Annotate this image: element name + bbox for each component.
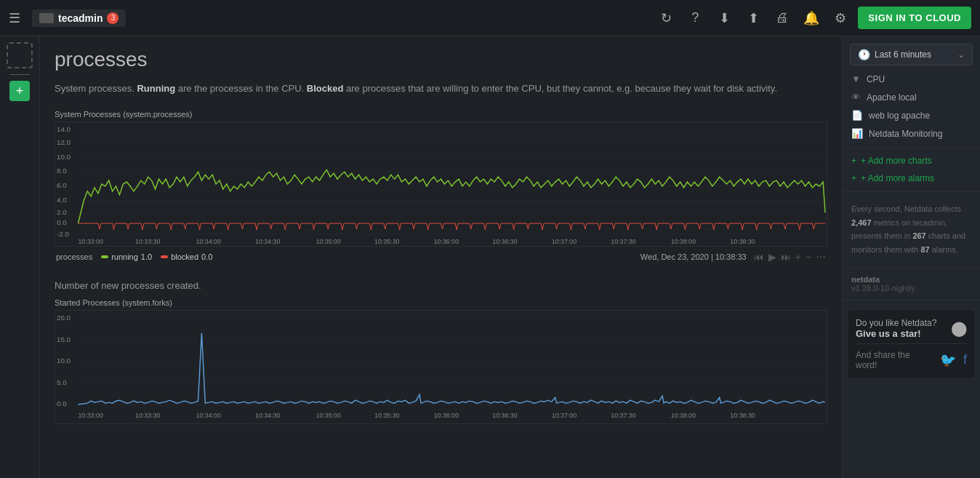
right-nav-netdata[interactable]: 📊 Netdata Monitoring (843, 124, 980, 143)
right-nav-weblog[interactable]: 📄 web log apache (843, 106, 980, 124)
refresh-icon[interactable]: ↻ (654, 7, 678, 30)
nav-weblog-label: web log apache (869, 111, 930, 121)
hamburger-menu-icon[interactable]: ☰ (9, 10, 20, 26)
add-charts-button[interactable]: + + Add more charts (843, 152, 980, 170)
svg-text:2.0: 2.0 (57, 208, 67, 216)
chart1-controls[interactable]: ⏮ ▶ ⏭ + − ⋯ (754, 251, 826, 263)
bar-chart-icon: 📊 (851, 128, 863, 139)
settings-icon[interactable]: ⚙ (829, 7, 852, 30)
desc-text2: are the processes in the CPU. (178, 83, 307, 94)
legend-running-label: running (111, 252, 138, 261)
prev-icon[interactable]: ⏮ (754, 251, 764, 263)
chart1-controls-area: Wed, Dec 23, 2020 | 10:38:33 ⏮ ▶ ⏭ + − ⋯ (640, 251, 826, 263)
add-alarms-button[interactable]: + + Add more alarms (843, 170, 980, 187)
forks-chart-section: Number of new processes created. Started… (55, 280, 827, 424)
svg-text:10:37:00: 10:37:00 (552, 237, 577, 244)
chart2-description: Number of new processes created. (55, 280, 827, 291)
svg-text:10:35:00: 10:35:00 (316, 237, 341, 244)
svg-text:10:35:30: 10:35:30 (374, 412, 399, 419)
panel-divider-1 (843, 147, 980, 148)
right-nav-apache[interactable]: 👁 Apache local (843, 88, 980, 106)
share-text: And share the word! (856, 350, 933, 370)
minus-icon[interactable]: − (806, 251, 811, 263)
right-nav-cpu[interactable]: ▼ CPU (843, 70, 980, 88)
brand-selector[interactable]: tecadmin 3 (32, 9, 126, 27)
facebook-icon[interactable]: f (963, 352, 967, 367)
panel-divider-3 (843, 267, 980, 268)
alarms-count: 87 (920, 245, 929, 254)
svg-text:10:33:30: 10:33:30 (135, 412, 160, 419)
svg-text:10:37:30: 10:37:30 (611, 412, 635, 419)
svg-text:10:34:30: 10:34:30 (255, 237, 280, 244)
svg-text:10:33:30: 10:33:30 (135, 237, 160, 244)
metrics-count: 2,467 (851, 218, 872, 227)
chart1-title: System Processes (system.processes) (55, 110, 827, 119)
next-icon[interactable]: ⏭ (781, 251, 791, 263)
desc-bold2: Blocked (307, 83, 344, 94)
svg-text:10:35:00: 10:35:00 (316, 412, 341, 419)
star-text-group: Do you like Netdata? Give us a star! (856, 318, 936, 339)
legend-blocked-label: blocked (171, 252, 198, 261)
sidebar-divider (9, 74, 30, 75)
bell-icon[interactable]: 🔔 (800, 7, 823, 30)
nav-apache-label: Apache local (867, 92, 917, 103)
legend-running: running 1.0 (101, 252, 152, 261)
sidebar-home-icon[interactable] (7, 42, 33, 68)
add-alarms-label: + Add more alarms (861, 173, 934, 183)
svg-text:10:37:00: 10:37:00 (552, 412, 577, 419)
upload-icon[interactable]: ⬆ (742, 7, 765, 30)
sign-in-button[interactable]: SIGN IN TO CLOUD (858, 7, 971, 29)
menu-dots-icon[interactable]: ⋯ (816, 251, 826, 263)
version-name: netdata (851, 275, 971, 284)
time-selector[interactable]: 🕐 Last 6 minutes ⌄ (850, 44, 973, 65)
sidebar-add-button[interactable]: + (9, 81, 30, 101)
panel-divider-4 (843, 300, 980, 300)
svg-text:0.0: 0.0 (57, 218, 67, 226)
svg-text:15.0: 15.0 (57, 335, 71, 343)
processes-chart-section: System Processes (system.processes) 14.0… (55, 110, 827, 266)
chart1-footer: processes running 1.0 blocked 0.0 Wed, D… (55, 248, 827, 266)
nav-cpu-label: CPU (867, 74, 885, 84)
play-icon[interactable]: ▶ (768, 251, 776, 263)
twitter-icon[interactable]: 🐦 (940, 352, 956, 368)
svg-text:10:37:30: 10:37:30 (611, 237, 635, 244)
top-navigation: ☰ tecadmin 3 ↻ ? ⬇ ⬆ 🖨 🔔 ⚙ SIGN IN TO CL… (0, 0, 980, 36)
svg-text:10:36:00: 10:36:00 (434, 237, 459, 244)
star-cta: Give us a star! (856, 328, 936, 339)
charts-count: 267 (912, 231, 925, 240)
help-icon[interactable]: ? (683, 7, 707, 30)
svg-text:5.0: 5.0 (57, 378, 67, 386)
svg-text:10:38:00: 10:38:00 (671, 412, 696, 419)
time-selector-label: Last 6 minutes (875, 49, 931, 60)
svg-text:10:34:00: 10:34:00 (196, 237, 221, 244)
print-icon[interactable]: 🖨 (771, 7, 794, 30)
svg-text:10:36:30: 10:36:30 (492, 237, 517, 244)
processes-chart-svg: 14.0 12.0 10.0 8.0 6.0 4.0 2.0 0.0 -2.0 (55, 122, 827, 246)
plus-icon[interactable]: + (795, 251, 801, 263)
brand-icon (39, 13, 54, 23)
legend-running-val: 1.0 (141, 252, 152, 261)
nav-netdata-label: Netdata Monitoring (869, 129, 942, 139)
svg-text:10:34:30: 10:34:30 (255, 412, 280, 419)
desc-text3: are processes that are willing to enter … (346, 83, 777, 94)
chart1-footer-left: processes running 1.0 blocked 0.0 (56, 252, 212, 261)
add-charts-label: + Add more charts (861, 156, 932, 166)
svg-text:10:38:30: 10:38:30 (730, 237, 755, 244)
svg-text:10.0: 10.0 (57, 356, 71, 365)
svg-text:6.0: 6.0 (57, 181, 67, 189)
chart2-title: Started Processes (system.forks) (55, 298, 827, 307)
star-section: Do you like Netdata? Give us a star! ⬤ A… (848, 311, 974, 378)
desc-text1: System processes. (55, 83, 137, 94)
svg-text:10:33:00: 10:33:00 (78, 237, 103, 244)
right-panel: 🕐 Last 6 minutes ⌄ ▼ CPU 👁 Apache local … (842, 36, 980, 478)
share-row: And share the word! 🐦 f (856, 350, 967, 370)
download-icon[interactable]: ⬇ (712, 7, 736, 30)
github-icon[interactable]: ⬤ (951, 319, 967, 337)
version-info: netdata v1.28.0-10-nightly (843, 272, 980, 295)
main-layout: + processes System processes. Running ar… (0, 36, 980, 478)
eye-icon: 👁 (851, 92, 861, 103)
svg-text:8.0: 8.0 (57, 167, 67, 175)
plus-alarms-icon: + (851, 173, 856, 183)
desc-bold1: Running (137, 83, 175, 94)
plus-charts-icon: + (851, 156, 856, 166)
